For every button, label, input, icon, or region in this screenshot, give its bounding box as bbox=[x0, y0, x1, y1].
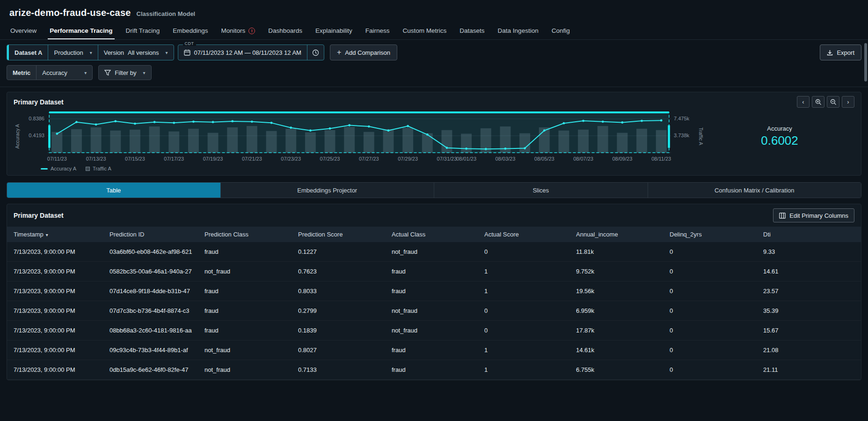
cell: 0.1839 bbox=[298, 327, 392, 334]
svg-text:7.475k: 7.475k bbox=[674, 116, 690, 121]
cell: 7/13/2023, 9:00:00 PM bbox=[14, 347, 109, 354]
legend-label: Traffic A bbox=[93, 166, 111, 171]
nav-tab-custom-metrics[interactable]: Custom Metrics bbox=[396, 22, 453, 39]
table-row[interactable]: 7/13/2023, 9:00:00 PM09c93c4b-73b3-4f44-… bbox=[7, 340, 861, 360]
column-header-annual-income[interactable]: Annual_income bbox=[576, 231, 670, 238]
cell: 9.752k bbox=[576, 268, 670, 275]
date-range-control[interactable]: CDT 07/11/2023 12 AM — 08/11/2023 12 AM bbox=[178, 44, 324, 60]
nav-tab-label: Monitors bbox=[221, 27, 245, 34]
table-row[interactable]: 7/13/2023, 9:00:00 PM08bb68a3-2c60-4181-… bbox=[7, 321, 861, 340]
nav-tab-explainability[interactable]: Explainability bbox=[309, 22, 359, 39]
nav-tab-performance-tracing[interactable]: Performance Tracing bbox=[43, 22, 119, 39]
view-tab-confusion-matrix-calibration[interactable]: Confusion Matrix / Calibration bbox=[648, 183, 861, 198]
cell: 14.61 bbox=[763, 268, 854, 275]
cell: 11.81k bbox=[576, 248, 670, 255]
performance-time-series-chart[interactable]: 0.83867.475k0.41933.738k07/11/2307/13/23… bbox=[21, 109, 697, 164]
table-row[interactable]: 7/13/2023, 9:00:00 PM03a6bf60-eb08-462e-… bbox=[7, 242, 861, 262]
metric-select[interactable]: Accuracy ▾ bbox=[36, 66, 92, 80]
nav-tab-label: Fairness bbox=[365, 27, 390, 34]
pan-left-button[interactable]: ‹ bbox=[797, 96, 810, 108]
svg-text:07/13/23: 07/13/23 bbox=[86, 156, 106, 162]
cell: 7/13/2023, 9:00:00 PM bbox=[14, 248, 109, 255]
nav-tab-label: Dashboards bbox=[268, 27, 302, 34]
square-marker-icon bbox=[86, 167, 90, 171]
table-row[interactable]: 7/13/2023, 9:00:00 PM07d7c3bc-b736-4b4f-… bbox=[7, 301, 861, 321]
cell: 0.8027 bbox=[298, 347, 392, 354]
cell: fraud bbox=[392, 366, 484, 373]
cell: 9.33 bbox=[763, 248, 854, 255]
pan-right-button[interactable]: › bbox=[842, 96, 854, 108]
view-tab-slices[interactable]: Slices bbox=[434, 183, 648, 198]
page-scrollbar-thumb[interactable] bbox=[864, 43, 867, 81]
cell: 0 bbox=[670, 327, 763, 334]
cell: fraud bbox=[392, 268, 484, 275]
cell: 0 bbox=[670, 268, 763, 275]
cell: fraud bbox=[392, 347, 484, 354]
nav-tab-dashboards[interactable]: Dashboards bbox=[262, 22, 309, 39]
cell: 0 bbox=[670, 248, 763, 255]
chevron-down-icon: ▾ bbox=[90, 50, 92, 55]
dataset-a-control: Dataset A Production ▾ Version All versi… bbox=[7, 44, 174, 60]
view-tab-embeddings-projector[interactable]: Embeddings Projector bbox=[220, 183, 434, 198]
view-tab-table[interactable]: Table bbox=[7, 183, 220, 198]
nav-tab-data-ingestion[interactable]: Data Ingestion bbox=[491, 22, 545, 39]
nav-tab-drift-tracing[interactable]: Drift Tracing bbox=[119, 22, 167, 39]
svg-text:07/11/23: 07/11/23 bbox=[47, 156, 67, 162]
column-header-actual-class[interactable]: Actual Class bbox=[392, 231, 484, 238]
nav-tab-label: Data Ingestion bbox=[498, 27, 539, 34]
cell: 17.87k bbox=[576, 327, 670, 334]
cell: 0 bbox=[484, 307, 576, 314]
table-header-row: Primary Dataset Edit Primary Columns bbox=[7, 204, 861, 227]
cell: 0 bbox=[670, 288, 763, 295]
table-row[interactable]: 7/13/2023, 9:00:00 PM0582bc35-00a6-46a1-… bbox=[7, 262, 861, 281]
cell: 07d14ce8-9f18-4dde-b31b-47 bbox=[109, 288, 204, 295]
nav-tab-label: Datasets bbox=[460, 27, 484, 34]
add-comparison-label: Add Comparison bbox=[345, 49, 390, 56]
edit-primary-columns-button[interactable]: Edit Primary Columns bbox=[773, 208, 854, 222]
legend-item-traffic-a[interactable]: Traffic A bbox=[86, 166, 111, 171]
cell: not_fraud bbox=[392, 327, 484, 334]
svg-text:3.738k: 3.738k bbox=[674, 133, 690, 138]
nav-tab-fairness[interactable]: Fairness bbox=[359, 22, 396, 39]
svg-text:08/01/23: 08/01/23 bbox=[456, 156, 476, 162]
cell: 23.57 bbox=[763, 288, 854, 295]
nav-tab-datasets[interactable]: Datasets bbox=[453, 22, 491, 39]
cell: fraud bbox=[204, 307, 298, 314]
left-axis-title: Accuracy A bbox=[14, 109, 21, 164]
version-select[interactable]: Version All versions ▾ bbox=[98, 45, 174, 60]
date-range-picker[interactable]: 07/11/2023 12 AM — 08/11/2023 12 AM bbox=[178, 45, 307, 60]
column-header-dti[interactable]: Dti bbox=[763, 231, 854, 238]
export-label: Export bbox=[837, 49, 854, 56]
table-row[interactable]: 7/13/2023, 9:00:00 PM07d14ce8-9f18-4dde-… bbox=[7, 281, 861, 301]
column-header-prediction-class[interactable]: Prediction Class bbox=[204, 231, 298, 238]
nav-tab-embeddings[interactable]: Embeddings bbox=[166, 22, 214, 39]
zoom-out-button[interactable] bbox=[827, 96, 839, 108]
cell: 0db15a9c-6e62-46f0-82fe-47 bbox=[109, 366, 204, 373]
cell: fraud bbox=[392, 288, 484, 295]
cell: 0.1227 bbox=[298, 248, 392, 255]
table-row[interactable]: 7/13/2023, 9:00:00 PM0db15a9c-6e62-46f0-… bbox=[7, 360, 861, 380]
chart-legend: Accuracy ATraffic A bbox=[14, 164, 854, 173]
nav-tab-monitors[interactable]: Monitors! bbox=[214, 22, 262, 39]
line-marker-icon bbox=[41, 168, 48, 170]
cell: 21.11 bbox=[763, 366, 854, 373]
add-comparison-button[interactable]: + Add Comparison bbox=[330, 44, 397, 60]
column-header-prediction-score[interactable]: Prediction Score bbox=[298, 231, 392, 238]
filter-by-button[interactable]: Filter by ▾ bbox=[99, 66, 151, 80]
svg-text:08/11/23: 08/11/23 bbox=[651, 156, 671, 162]
nav-tab-label: Config bbox=[552, 27, 570, 34]
column-header-actual-score[interactable]: Actual Score bbox=[484, 231, 576, 238]
cell: 7/13/2023, 9:00:00 PM bbox=[14, 366, 109, 373]
export-button[interactable]: Export bbox=[820, 44, 861, 60]
zoom-in-button[interactable] bbox=[812, 96, 824, 108]
legend-item-accuracy-a[interactable]: Accuracy A bbox=[41, 166, 76, 171]
nav-tab-config[interactable]: Config bbox=[545, 22, 576, 39]
time-settings-button[interactable] bbox=[307, 45, 324, 60]
nav-tab-overview[interactable]: Overview bbox=[4, 22, 43, 39]
environment-select[interactable]: Production ▾ bbox=[48, 45, 97, 60]
column-header-timestamp[interactable]: Timestamp▾ bbox=[14, 231, 109, 238]
nav-tab-label: Embeddings bbox=[173, 27, 208, 34]
cell: not_fraud bbox=[392, 307, 484, 314]
column-header-prediction-id[interactable]: Prediction ID bbox=[109, 231, 204, 238]
column-header-delinq-2yrs[interactable]: Delinq_2yrs bbox=[670, 231, 763, 238]
